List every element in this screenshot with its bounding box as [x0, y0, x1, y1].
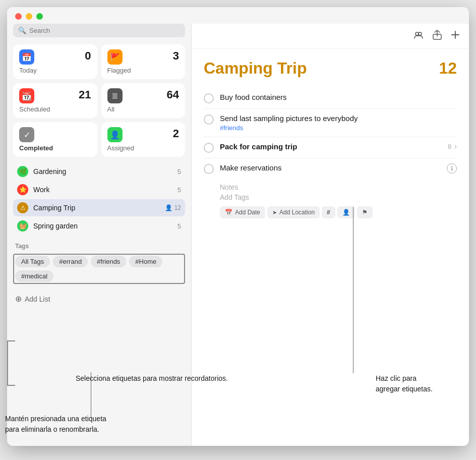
svg-point-0 [415, 32, 419, 35]
reminder-item-2: Send last sampling pictures to everybody… [204, 109, 457, 137]
add-list-icon: ⊕ [15, 294, 22, 304]
gardening-count: 5 [177, 168, 181, 176]
tags-annotated-border: All Tags #errand #friends #Home #medical [13, 254, 185, 284]
add-date-button[interactable]: 📅 Add Date [220, 206, 265, 218]
reminder-title-1: Buy food containers [220, 93, 287, 101]
all-label: All [107, 105, 180, 113]
reminder-checkbox-4[interactable] [204, 164, 214, 174]
assigned-label: Assigned [107, 144, 180, 152]
today-label: Today [19, 67, 91, 74]
reminder-checkbox-2[interactable] [204, 114, 214, 125]
reminder-checkbox-3[interactable] [204, 143, 214, 153]
smart-lists-grid: 📅 0 Today 🚩 3 Flagged 📆 [13, 44, 185, 157]
add-location-button[interactable]: ➤ Add Location [267, 206, 320, 218]
reminder-body-1: Buy food containers [220, 93, 457, 102]
list-item-gardening[interactable]: 🌿 Gardening 5 [13, 163, 185, 180]
sidebar-item-completed[interactable]: ✓ Completed [13, 122, 97, 157]
spring-icon: 🧺 [17, 220, 28, 232]
sidebar-item-flagged[interactable]: 🚩 3 Flagged [101, 44, 186, 79]
sidebar-item-all[interactable]: ☰ 64 All [101, 83, 186, 118]
reminder-item-4-row: Make reservations ℹ [204, 163, 457, 174]
list-count: 12 [439, 59, 457, 78]
calendar-icon: 📅 [225, 209, 232, 216]
share-button[interactable] [432, 29, 443, 43]
tag-errand[interactable]: #errand [53, 256, 88, 267]
flagged-label: Flagged [107, 67, 180, 74]
work-icon: ⭐ [17, 184, 28, 195]
scheduled-icon: 📆 [19, 88, 34, 103]
location-icon: ➤ [272, 209, 277, 216]
user-lists: 🌿 Gardening 5 ⭐ Work 5 ⚠ Camping Trip 👤 [13, 163, 185, 235]
camping-icon: ⚠ [17, 202, 28, 213]
scheduled-count: 21 [79, 88, 91, 101]
camping-label: Camping Trip [33, 204, 160, 212]
minimize-button[interactable] [26, 13, 32, 20]
add-location-label: Add Location [279, 209, 315, 216]
reminder-tag-2[interactable]: #friends [220, 124, 457, 132]
add-list-label: Add List [25, 295, 50, 303]
main-layout: 🔍 📅 0 Today 🚩 3 [7, 24, 469, 446]
fullscreen-button[interactable] [36, 13, 43, 20]
gardening-label: Gardening [33, 167, 172, 176]
main-toolbar [192, 24, 469, 49]
work-count: 5 [177, 186, 181, 194]
action-bar: 📅 Add Date ➤ Add Location # � [220, 206, 457, 218]
list-item-work[interactable]: ⭐ Work 5 [13, 181, 185, 198]
scheduled-label: Scheduled [19, 105, 91, 113]
list-item-spring-garden[interactable]: 🧺 Spring garden 5 [13, 217, 185, 235]
main-content: Camping Trip 12 Buy food containers Send… [191, 24, 469, 446]
content-area: Camping Trip 12 Buy food containers Send… [192, 49, 469, 446]
list-title: Camping Trip [204, 59, 307, 78]
today-count: 0 [85, 49, 91, 63]
add-list-button[interactable]: ⊕ Add List [13, 290, 185, 308]
flagged-count: 3 [173, 49, 179, 63]
tags-wrap: All Tags #errand #friends #Home #medical [15, 256, 183, 282]
search-icon: 🔍 [18, 27, 26, 34]
info-icon[interactable]: ℹ [447, 163, 457, 174]
reminder-title-3: Pack for camping trip [220, 142, 297, 151]
reminder-body-2: Send last sampling pictures to everybody… [220, 114, 457, 132]
tags-title: Tags [13, 243, 185, 250]
reminder-count-3: 8 [448, 143, 451, 150]
list-item-camping-trip[interactable]: ⚠ Camping Trip 👤 12 [13, 199, 185, 216]
titlebar [7, 7, 469, 24]
tag-friends[interactable]: #friends [91, 256, 126, 267]
reminder-body-4: Make reservations [220, 163, 441, 172]
reminder-item-1: Buy food containers [204, 88, 457, 109]
flag-icon: ⚑ [362, 209, 368, 216]
sidebar-item-assigned[interactable]: 👤 2 Assigned [101, 122, 186, 157]
reminder-checkbox-1[interactable] [204, 93, 214, 103]
notes-field[interactable]: Notes [220, 182, 457, 192]
work-label: Work [33, 186, 172, 194]
sidebar: 🔍 📅 0 Today 🚩 3 [7, 24, 191, 446]
assign-button[interactable]: 👤 [337, 206, 355, 218]
reminder-title-2: Send last sampling pictures to everybody [220, 114, 358, 123]
search-bar[interactable]: 🔍 [13, 24, 185, 37]
tag-all[interactable]: All Tags [15, 256, 50, 267]
tag-medical[interactable]: #medical [15, 270, 53, 282]
person-icon: 👤 [342, 209, 350, 216]
flagged-icon: 🚩 [107, 49, 123, 65]
add-date-label: Add Date [235, 209, 260, 216]
hash-icon: # [327, 209, 330, 216]
flag-button[interactable]: ⚑ [357, 206, 373, 218]
list-header: Camping Trip 12 [204, 59, 457, 78]
add-tags-field[interactable]: Add Tags [220, 192, 457, 202]
completed-icon: ✓ [19, 127, 34, 142]
reminder-meta-3: 8 › [448, 142, 457, 150]
reminder-expanded-fields: Notes Add Tags 📅 Add Date ➤ Add Location [220, 182, 457, 218]
gardening-icon: 🌿 [17, 166, 28, 177]
spring-label: Spring garden [33, 222, 172, 230]
app-window: 🔍 📅 0 Today 🚩 3 [7, 7, 469, 446]
tag-home[interactable]: #Home [129, 256, 162, 267]
svg-point-1 [419, 32, 422, 35]
sidebar-item-today[interactable]: 📅 0 Today [13, 44, 97, 79]
traffic-lights [15, 13, 43, 20]
collab-button[interactable] [412, 29, 425, 43]
close-button[interactable] [15, 13, 22, 20]
add-reminder-button[interactable] [450, 29, 461, 43]
add-tag-button[interactable]: # [322, 206, 335, 218]
reminder-body-3: Pack for camping trip [220, 142, 442, 151]
search-input[interactable] [29, 27, 180, 34]
sidebar-item-scheduled[interactable]: 📆 21 Scheduled [13, 83, 97, 118]
